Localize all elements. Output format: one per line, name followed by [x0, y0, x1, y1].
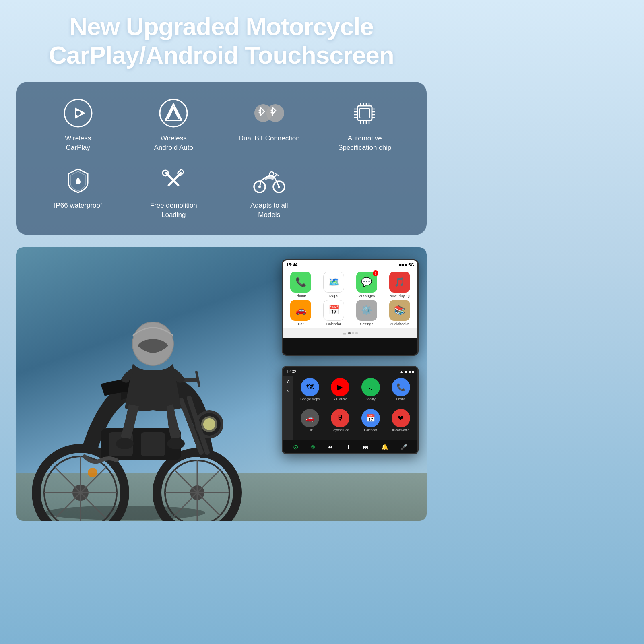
carplay-signal: ■■■ 5G — [399, 262, 414, 267]
aa-exit-icon: 🚗 — [301, 409, 319, 427]
aa-exit-label: Exit — [307, 428, 312, 432]
cp-app-settings: ⚙️ Settings — [351, 300, 382, 326]
svg-point-72 — [116, 438, 134, 449]
android-auto-label: WirelessAndroid Auto — [154, 134, 193, 153]
svg-point-73 — [167, 438, 185, 449]
cp-calendar-icon: 📅 — [323, 300, 344, 321]
carplay-label: WirelessCarPlay — [65, 134, 91, 153]
cp-calendar-label: Calendar — [326, 322, 341, 326]
aa-nav-panel: ∧ ∨ — [283, 376, 293, 440]
bluetooth-label: Dual BT Connection — [239, 134, 300, 143]
aa-beyond-label: Beyond Pod — [332, 428, 349, 432]
aa-calendar: 📅 Calendar — [356, 409, 385, 439]
aa-beyondpod: 🎙 Beyond Pod — [326, 409, 355, 439]
cp-app-nowplaying: 🎵 Now Playing — [384, 272, 415, 298]
aa-spotify-icon: ♫ — [361, 378, 380, 396]
android-screen: 12:32 ▲ ■ ■ ■ ∧ ∨ 🗺 Google Maps ▶ YT Mus… — [282, 366, 419, 454]
aa-phone-label: Phone — [396, 397, 405, 401]
feature-bluetooth: Dual BT Connection — [223, 97, 315, 153]
demolition-label: Free demolitionLoading — [150, 201, 197, 220]
aa-app-grid: 🗺 Google Maps ▶ YT Music ♫ Spotify 📞 Pho… — [293, 376, 417, 440]
shield-icon — [62, 164, 94, 196]
aa-statusbar: 12:32 ▲ ■ ■ ■ — [283, 367, 417, 376]
cp-phone-icon: 📞 — [290, 272, 311, 293]
cp-nowplaying-icon: 🎵 — [389, 272, 410, 293]
cp-maps-label: Maps — [329, 294, 338, 298]
aa-phone-icon: 📞 — [392, 378, 410, 396]
cp-app-phone: 📞 Phone — [285, 272, 316, 298]
cp-app-calendar: 📅 Calendar — [318, 300, 349, 326]
aa-spotify: ♫ Spotify — [356, 378, 385, 408]
aa-maps-label: Google Maps — [300, 397, 320, 401]
carplay-screen: 15:44 ■■■ 5G 📞 Phone 🗺️ Maps 💬 3 — [282, 259, 419, 356]
svg-point-64 — [203, 418, 215, 430]
aa-beyond-icon: 🎙 — [331, 409, 349, 427]
aa-yt-icon: ▶ — [331, 378, 349, 396]
models-label: Adapts to allModels — [250, 201, 288, 220]
carplay-icon — [62, 97, 94, 129]
motorcycle-figure — [28, 255, 262, 521]
svg-line-68 — [196, 372, 199, 386]
feature-android-auto: WirelessAndroid Auto — [128, 97, 220, 153]
cp-app-maps: 🗺️ Maps — [318, 272, 349, 298]
aa-bottom-bar: ⊙ ◎ ⏮ ⏸ ⏭ 🔔 🎤 — [283, 440, 417, 453]
chip-label: AutomotiveSpecification chip — [338, 134, 391, 153]
waterproof-label: IP66 waterproof — [54, 201, 102, 211]
aa-iheart-icon: ❤ — [392, 409, 410, 427]
cp-app-car: 🚗 Car — [285, 300, 316, 326]
aa-time: 12:32 — [286, 369, 296, 374]
aa-calendar-label: Calendar — [364, 428, 377, 432]
cp-app-audiobooks: 📚 Audiobooks — [384, 300, 415, 326]
svg-rect-15 — [360, 108, 369, 118]
aa-yt-label: YT Music — [334, 397, 347, 401]
aa-maps-icon: 🗺 — [301, 378, 319, 396]
aa-googlemaps: 🗺 Google Maps — [295, 378, 324, 408]
features-card: WirelessCarPlay WirelessAndroid Auto — [16, 82, 427, 235]
feature-demolition: Free demolitionLoading — [128, 164, 220, 220]
svg-point-69 — [88, 468, 97, 477]
svg-point-2 — [76, 111, 80, 116]
cp-messages-icon: 💬 3 — [356, 272, 377, 293]
feature-waterproof: IP66 waterproof — [32, 164, 124, 220]
cp-phone-label: Phone — [295, 294, 306, 298]
tools-icon — [157, 164, 190, 196]
cp-car-icon: 🚗 — [290, 300, 311, 321]
carplay-dock: ≡ — [283, 328, 417, 338]
cp-car-label: Car — [298, 322, 304, 326]
aa-exit: 🚗 Exit — [295, 409, 324, 439]
cp-audiobooks-label: Audiobooks — [390, 322, 409, 326]
aa-calendar-icon: 📅 — [361, 409, 380, 427]
svg-line-40 — [274, 175, 277, 177]
cp-audiobooks-icon: 📚 — [389, 300, 410, 321]
aa-icons: ▲ ■ ■ ■ — [400, 369, 414, 374]
svg-point-7 — [266, 104, 284, 122]
bluetooth-icon — [253, 97, 285, 129]
cp-settings-label: Settings — [360, 322, 374, 326]
page-wrapper: New Upgraded Motorcycle CarPlay/Android … — [0, 0, 443, 644]
bottom-section: 15:44 ■■■ 5G 📞 Phone 🗺️ Maps 💬 3 — [16, 247, 427, 521]
feature-wireless-carplay: WirelessCarPlay — [32, 97, 124, 153]
aa-iheartradio: ❤ iHeartRadio — [386, 409, 415, 439]
aa-phone: 📞 Phone — [386, 378, 415, 408]
motorcycle-icon — [253, 164, 285, 196]
main-title: New Upgraded Motorcycle CarPlay/Android … — [16, 12, 427, 70]
carplay-statusbar: 15:44 ■■■ 5G — [283, 260, 417, 269]
feature-chip: AutomotiveSpecification chip — [319, 97, 411, 153]
feature-models: Adapts to allModels — [223, 164, 315, 220]
cp-app-messages: 💬 3 Messages — [351, 272, 382, 298]
cp-nowplaying-label: Now Playing — [390, 294, 410, 298]
aa-spotify-label: Spotify — [365, 397, 375, 401]
svg-rect-60 — [141, 432, 165, 456]
cp-settings-icon: ⚙️ — [356, 300, 377, 321]
aa-iheart-label: iHeartRadio — [392, 428, 409, 432]
cp-messages-label: Messages — [358, 294, 375, 298]
aa-ytmusic: ▶ YT Music — [326, 378, 355, 408]
chip-icon — [349, 97, 381, 129]
carplay-time: 15:44 — [286, 262, 297, 267]
android-auto-icon — [157, 97, 190, 129]
cp-maps-icon: 🗺️ — [323, 272, 344, 293]
